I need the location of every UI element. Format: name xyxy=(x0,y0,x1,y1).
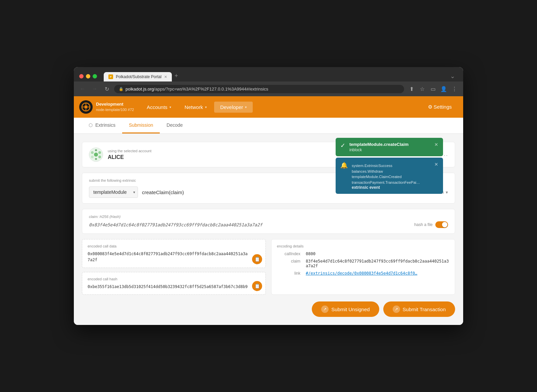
encoded-call-card: encoded call data 0x080083f4e5e4d7d1c64c… xyxy=(82,239,266,268)
toast-info-events: system.ExtrinsicSuccess balances.Withdra… xyxy=(352,163,430,185)
app-navbar: Development node-template/100 #72 Accoun… xyxy=(74,96,463,118)
svg-point-14 xyxy=(95,149,97,151)
nav-settings[interactable]: ⚙ Settings xyxy=(422,101,458,113)
encoded-call-value: 0x080083f4e5e4d7d1c64c8f027791adb247f93c… xyxy=(88,251,260,263)
svg-point-13 xyxy=(98,156,101,158)
tab-bar: P Polkadot/Substrate Portal ✕ + xyxy=(104,71,443,81)
traffic-lights xyxy=(79,74,97,78)
tab-title: Polkadot/Substrate Portal xyxy=(116,74,161,79)
app-content: Development node-template/100 #72 Accoun… xyxy=(74,96,463,325)
claim-val: 83f4e5e4d7d1c64c8f027791adb247f93cc69ff9… xyxy=(306,259,449,268)
maximize-button[interactable] xyxy=(93,74,97,78)
encoded-hash-label: encoded call hash xyxy=(88,277,260,281)
submit-transaction-icon: ↗ xyxy=(393,305,400,313)
nav-network[interactable]: Network ▾ xyxy=(179,102,213,113)
forward-button[interactable]: → xyxy=(90,84,99,94)
copy-hash-button[interactable]: 📋 xyxy=(252,281,262,291)
toast-info-body: system.ExtrinsicSuccess balances.Withdra… xyxy=(352,162,430,190)
app-logo: Development node-template/100 #72 xyxy=(79,100,134,114)
nav-menu: Accounts ▾ Network ▾ Developer ▾ ⚙ Setti… xyxy=(141,101,458,113)
encoding-details-title: encoding details xyxy=(277,244,449,248)
call-index-val: 0800 xyxy=(306,251,449,256)
refresh-button[interactable]: ↻ xyxy=(102,84,111,94)
module-select[interactable]: templateModule xyxy=(89,186,138,198)
active-tab[interactable]: P Polkadot/Substrate Portal ✕ xyxy=(104,72,172,81)
browser-toolbar: ← → ↻ 🔒 polkadot.js.org/apps/?rpc=ws%3A%… xyxy=(74,81,463,96)
copy-call-button[interactable]: 📋 xyxy=(252,254,262,264)
svg-point-11 xyxy=(98,151,101,154)
address-text: polkadot.js.org/apps/?rpc=ws%3A%2F%2F127… xyxy=(126,87,268,92)
tab-close-icon[interactable]: ✕ xyxy=(164,75,167,79)
module-select-wrapper: templateModule ▾ xyxy=(89,186,138,198)
more-button[interactable]: ⋮ xyxy=(450,84,459,94)
encoded-call-label: encoded call data xyxy=(88,244,260,248)
info-icon: 🔔 xyxy=(340,162,348,169)
close-button[interactable] xyxy=(79,74,84,78)
submit-unsigned-button[interactable]: ↗ Submit Unsigned xyxy=(312,301,379,317)
tab-submission[interactable]: Submission xyxy=(122,118,160,133)
toast-success-subtitle: inblock xyxy=(349,148,430,152)
call-index-row: callIndex 0800 xyxy=(277,251,449,256)
minimize-button[interactable] xyxy=(86,74,90,78)
toast-info-footer: extrinsic event xyxy=(352,185,430,190)
encoded-hash-card: encoded call hash 0xbe355f161ae13db5d310… xyxy=(82,272,266,295)
svg-point-1 xyxy=(84,105,88,109)
svg-point-9 xyxy=(94,153,98,157)
bottom-section: encoded call data 0x080083f4e5e4d7d1c64c… xyxy=(82,239,455,295)
svg-point-12 xyxy=(91,156,94,158)
network-chevron-icon: ▾ xyxy=(205,105,207,109)
address-bar[interactable]: 🔒 polkadot.js.org/apps/?rpc=ws%3A%2F%2F1… xyxy=(114,85,404,93)
tab-extrinsics[interactable]: ⬡ Extrinsics xyxy=(82,118,122,133)
hash-file-toggle[interactable] xyxy=(435,221,448,228)
accounts-chevron-icon: ▾ xyxy=(169,105,171,109)
link-row: link #/extrinsics/decode/0x080083f4e5e4d… xyxy=(277,271,449,276)
bookmark-button[interactable]: ☆ xyxy=(418,84,427,94)
tab-favicon: P xyxy=(108,74,113,79)
lock-icon: 🔒 xyxy=(119,87,124,91)
extrinsics-tab-icon: ⬡ xyxy=(89,122,93,128)
reader-button[interactable]: ▭ xyxy=(428,84,438,94)
svg-point-15 xyxy=(95,158,97,160)
link-key: link xyxy=(277,271,300,276)
submit-unsigned-icon: ↗ xyxy=(321,305,329,313)
toast-success-close[interactable]: ✕ xyxy=(434,142,438,147)
hash-row: 0x83f4e5e4d7d1c64c8f027791adb247f93cc69f… xyxy=(89,221,448,228)
hash-label: claim: H256 (Hash) xyxy=(89,215,448,219)
hash-section: claim: H256 (Hash) 0x83f4e5e4d7d1c64c8f0… xyxy=(82,209,455,234)
new-tab-button[interactable]: + xyxy=(172,71,181,81)
window-menu-icon[interactable]: ⌄ xyxy=(447,72,458,80)
browser-window: P Polkadot/Substrate Portal ✕ + ⌄ ← → ↻ … xyxy=(74,67,463,325)
encoded-hash-value: 0xbe355f161ae13db5d31025f414dd50b3239432… xyxy=(88,284,260,290)
hash-value[interactable]: 0x83f4e5e4d7d1c64c8f027791adb247f93cc69f… xyxy=(89,222,410,227)
account-avatar xyxy=(89,148,103,162)
tab-decode[interactable]: Decode xyxy=(160,118,189,133)
call-index-key: callIndex xyxy=(277,251,300,256)
nav-accounts[interactable]: Accounts ▾ xyxy=(141,102,177,113)
toolbar-actions: ⬆ ☆ ▭ 👤 ⋮ xyxy=(407,84,459,94)
svg-point-10 xyxy=(91,151,94,154)
nav-developer[interactable]: Developer ▾ xyxy=(214,102,253,113)
toast-success: ✓ templateModule.createClaim inblock ✕ xyxy=(336,138,443,156)
hash-toggle-label: hash a file xyxy=(414,222,433,227)
submit-transaction-button[interactable]: ↗ Submit Transaction xyxy=(383,301,455,317)
checkmark-icon: ✓ xyxy=(340,142,345,149)
back-button[interactable]: ← xyxy=(78,84,87,94)
logo-text: Development node-template/100 #72 xyxy=(96,102,134,112)
logo-icon xyxy=(79,100,93,114)
browser-titlebar: P Polkadot/Substrate Portal ✕ + ⌄ xyxy=(74,67,463,81)
logo-title: Development xyxy=(96,102,134,107)
developer-chevron-icon: ▾ xyxy=(245,105,247,109)
address-path: /apps/?rpc=ws%3A%2F%2F127.0.0.1%3A9944#/… xyxy=(154,87,268,92)
encoding-details: encoding details callIndex 0800 claim 83… xyxy=(271,239,455,295)
hash-toggle-row: hash a file xyxy=(414,221,448,228)
toast-success-title: templateModule.createClaim xyxy=(349,142,430,147)
method-chevron-icon: ▾ xyxy=(446,190,448,195)
toast-info: 🔔 system.ExtrinsicSuccess balances.Withd… xyxy=(336,158,443,194)
profile-button[interactable]: 👤 xyxy=(439,84,448,94)
share-button[interactable]: ⬆ xyxy=(407,84,416,94)
toast-success-body: templateModule.createClaim inblock xyxy=(349,142,430,152)
claim-row: claim 83f4e5e4d7d1c64c8f027791adb247f93c… xyxy=(277,259,449,268)
link-val[interactable]: #/extrinsics/decode/0x080083f4e5e4d7d1c6… xyxy=(306,271,449,276)
toast-info-close[interactable]: ✕ xyxy=(434,162,438,167)
claim-key: claim xyxy=(277,259,300,264)
